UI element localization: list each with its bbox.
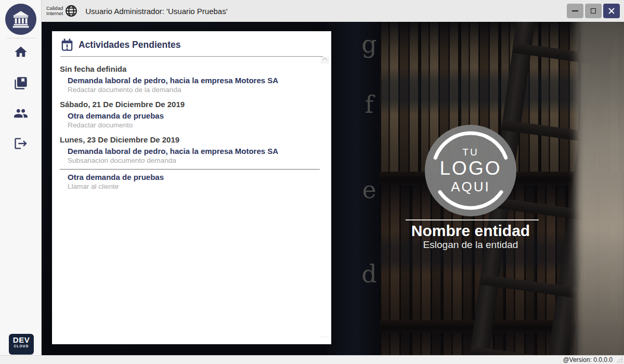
activity-item[interactable]: Otra demanda de pruebas Redactar documen…: [68, 109, 321, 130]
maximize-button[interactable]: [585, 4, 602, 18]
sidebar-divider: [6, 38, 35, 38]
home-icon: [14, 45, 28, 59]
activities-list: Sin fecha definida Demanda laboral de pe…: [52, 57, 331, 337]
close-button[interactable]: [603, 4, 620, 18]
sidebar-item-cases[interactable]: [14, 76, 28, 90]
bank-icon: [10, 9, 31, 30]
card-title: Actividades Pendientes: [79, 40, 180, 50]
sidebar-item-clients[interactable]: [14, 106, 28, 121]
book-collection-icon: [14, 76, 28, 90]
activity-group: Lunes, 23 De Diciembre De 2019 Demanda l…: [52, 135, 331, 191]
activity-group: Sin fecha definida Demanda laboral de pe…: [52, 64, 331, 95]
logo-arcs: [425, 125, 516, 216]
version-label: @Version: 0.0.0.0: [563, 356, 613, 363]
connection-label: Calidad Internet: [46, 6, 63, 17]
statusbar: @Version: 0.0.0.0: [0, 355, 624, 364]
chevron-down-icon: [322, 337, 328, 337]
brand-divider: [406, 219, 539, 220]
activity-item[interactable]: Demanda laboral de pedro, hacia la empre…: [68, 74, 321, 95]
item-divider: [60, 169, 320, 170]
window-title: Usuario Administrador: 'Usuario Pruebas': [85, 7, 227, 16]
activity-item[interactable]: Otra demanda de pruebas Llamar al client…: [68, 171, 321, 191]
logout-icon: [14, 136, 28, 151]
activity-item[interactable]: Demanda laboral de pedro, hacia la empre…: [68, 145, 321, 165]
app-window: g f e d TU LOGO AQUI Nombre entid: [0, 0, 624, 364]
sidebar-item-home[interactable]: [14, 45, 28, 59]
calendar-alert-icon: [60, 38, 74, 51]
logo-placeholder: TU LOGO AQUI: [425, 125, 516, 216]
foreground-blur: [576, 22, 624, 355]
resize-grip[interactable]: [617, 357, 623, 363]
minimize-icon: [572, 10, 578, 11]
group-date: Sábado, 21 De Diciembre De 2019: [60, 99, 323, 109]
chevron-up-icon: [322, 58, 328, 63]
devcloud-badge: DEV CLOUD: [9, 334, 34, 355]
titlebar: Calidad Internet Usuario Administrador: …: [42, 0, 624, 22]
people-icon: [14, 106, 28, 121]
card-header: Actividades Pendientes: [52, 31, 331, 56]
scroll-up-button[interactable]: [321, 57, 329, 63]
globe-icon: [64, 4, 78, 18]
sidebar: DEV CLOUD: [0, 0, 42, 355]
entity-name: Nombre entidad: [367, 222, 575, 240]
scroll-down-button[interactable]: [321, 336, 329, 337]
maximize-icon: [591, 8, 596, 14]
group-date: Sin fecha definida: [60, 64, 323, 74]
sidebar-item-logout[interactable]: [14, 136, 28, 151]
minimize-button[interactable]: [567, 4, 583, 18]
group-date: Lunes, 23 De Diciembre De 2019: [60, 135, 323, 145]
entity-slogan: Eslogan de la entidad: [367, 239, 575, 251]
pending-activities-card: Actividades Pendientes Sin fecha definid…: [52, 31, 331, 344]
activity-group: Sábado, 21 De Diciembre De 2019 Otra dem…: [52, 99, 331, 130]
app-logo: [5, 4, 36, 35]
